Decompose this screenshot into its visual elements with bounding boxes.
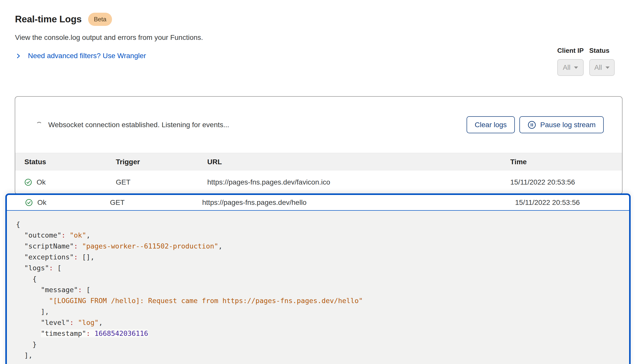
column-header-status: Status — [24, 158, 116, 166]
wrangler-link[interactable]: Need advanced filters? Use Wrangler — [15, 52, 146, 60]
table-header: Status Trigger URL Time — [15, 153, 622, 171]
clear-logs-button[interactable]: Clear logs — [467, 116, 515, 133]
title-row: Real-time Logs Beta — [15, 13, 637, 26]
time-cell: 15/11/2022 20:53:56 — [510, 178, 613, 186]
time-cell: 15/11/2022 20:53:56 — [515, 198, 620, 207]
status-ok-icon — [25, 199, 33, 206]
status-label: Ok — [37, 198, 46, 207]
client-ip-dropdown-value: All — [563, 64, 570, 72]
clear-logs-button-label: Clear logs — [475, 121, 507, 129]
status-cell: Ok — [25, 198, 110, 207]
logs-toolbar: Websocket connection established. Listen… — [15, 97, 622, 153]
url-cell: https://pages-fns.pages.dev/hello — [202, 198, 515, 207]
table-row-favicon[interactable]: Ok GET https://pages-fns.pages.dev/favic… — [15, 171, 622, 194]
wrangler-link-label: Need advanced filters? Use Wrangler — [28, 52, 146, 60]
log-json: { "outcome": "ok", "scriptName": "pages-… — [16, 219, 620, 361]
url-cell: https://pages-fns.pages.dev/favicon.ico — [207, 178, 510, 186]
spinner-icon — [36, 122, 42, 128]
status-dropdown[interactable]: All — [589, 59, 615, 76]
pause-icon — [528, 121, 536, 129]
expanded-log-panel: Ok GET https://pages-fns.pages.dev/hello… — [5, 193, 631, 364]
status-dropdown-value: All — [594, 64, 602, 72]
chevron-right-icon — [15, 53, 22, 59]
status-label: Ok — [37, 178, 46, 186]
client-ip-filter: Client IP All — [557, 47, 584, 76]
trigger-cell: GET — [116, 178, 207, 186]
websocket-status-message: Websocket connection established. Listen… — [48, 121, 229, 129]
logs-card: Websocket connection established. Listen… — [15, 96, 623, 194]
log-detail-view: { "outcome": "ok", "scriptName": "pages-… — [7, 211, 629, 361]
toolbar-actions: Clear logs Pause log stream — [467, 116, 604, 133]
pause-log-stream-button[interactable]: Pause log stream — [519, 116, 604, 133]
caret-down-icon — [574, 67, 578, 69]
filters: Client IP All Status All — [557, 47, 615, 76]
page-header: Real-time Logs Beta View the console.log… — [0, 0, 637, 60]
status-cell: Ok — [24, 178, 116, 186]
websocket-status: Websocket connection established. Listen… — [36, 121, 229, 129]
column-header-time: Time — [510, 158, 613, 166]
status-filter-label: Status — [589, 47, 615, 55]
page-title: Real-time Logs — [15, 14, 82, 25]
pause-log-stream-button-label: Pause log stream — [540, 121, 596, 129]
caret-down-icon — [606, 67, 610, 69]
trigger-cell: GET — [110, 198, 202, 207]
realtime-logs-page: Real-time Logs Beta View the console.log… — [0, 0, 637, 364]
beta-badge: Beta — [88, 13, 112, 26]
status-ok-icon — [24, 178, 32, 186]
client-ip-filter-label: Client IP — [557, 47, 584, 55]
page-subtitle: View the console.log output and errors f… — [15, 34, 637, 42]
column-header-trigger: Trigger — [116, 158, 207, 166]
status-filter: Status All — [589, 47, 615, 76]
column-header-url: URL — [207, 158, 510, 166]
table-row-hello-expanded[interactable]: Ok GET https://pages-fns.pages.dev/hello… — [7, 195, 629, 211]
client-ip-dropdown[interactable]: All — [557, 59, 584, 76]
